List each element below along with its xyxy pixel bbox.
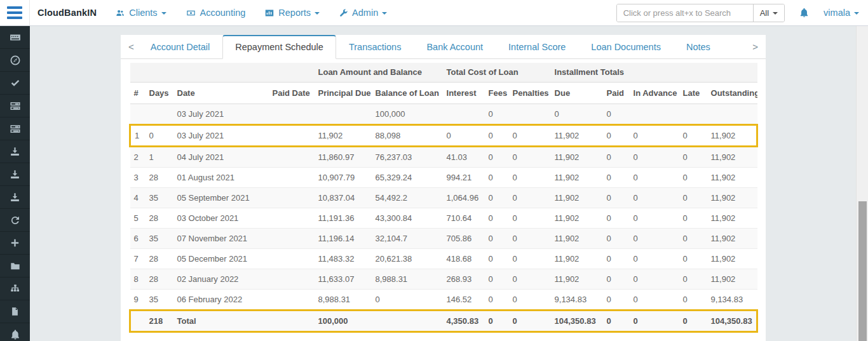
nav-reports[interactable]: Reports [255,0,329,25]
cell: 1 [130,124,146,146]
cell: 0 [509,208,551,228]
tabs-scroll-left-icon[interactable]: < [125,36,138,57]
tab-list: Account DetailRepayment ScheduleTransact… [138,35,749,58]
cell: 11,902 [707,269,757,289]
schedule-row[interactable]: 32801 August 202110,907.7965,329.24994.2… [130,167,757,187]
sidebar-tasks-icon[interactable] [0,117,30,140]
cell [630,104,679,124]
cell: 0 [372,289,443,310]
sidebar-folder-icon[interactable] [0,255,30,277]
column-header: Balance of Loan [372,82,443,104]
cell: 0 [509,167,551,187]
tab-notes[interactable]: Notes [674,36,723,59]
tab-account-detail[interactable]: Account Detail [138,36,223,59]
cell [269,248,315,269]
nav-label: Admin [352,8,378,18]
tab-repayment-schedule[interactable]: Repayment Schedule [222,35,336,59]
sidebar-keyboard-icon[interactable] [0,26,30,49]
total-row[interactable]: 218Total100,0004,350.8300104,350.8300010… [130,310,757,331]
search-scope-dropdown[interactable]: All [753,4,784,22]
schedule-row[interactable]: 2104 July 202111,860.9776,237.0341.03001… [130,146,757,167]
cell: 0 [551,104,603,124]
column-header: Interest [443,82,485,104]
sidebar-sitemap-icon[interactable] [0,277,30,300]
cell: 03 July 2021 [173,104,269,124]
schedule-row[interactable]: 72805 December 202111,483.3220,621.38418… [130,248,757,269]
cell: 65,329.24 [372,167,443,187]
loan-detail-card: < Account DetailRepayment ScheduleTransa… [121,35,766,341]
cell [269,167,315,187]
cell: 0 [679,167,707,187]
sidebar-compass-icon[interactable] [0,49,30,72]
tab-transactions[interactable]: Transactions [336,36,414,59]
schedule-row[interactable]: 1003 July 202111,90288,09800011,90200011… [130,124,757,146]
cell: 0 [509,248,551,269]
cell [509,104,551,124]
cell: 0 [630,146,679,167]
schedule-row[interactable]: 63507 November 202111,196.1432,104.7705.… [130,228,757,248]
sidebar-download-icon[interactable] [0,140,30,163]
cell: 0 [603,187,630,208]
cell: 11,902 [551,248,603,269]
cell: 0 [679,248,707,269]
cell: 0 [630,289,679,310]
repayment-schedule-table: Loan Amount and BalanceTotal Cost of Loa… [129,63,758,333]
cell: 11,902 [707,228,757,248]
vertical-scrollbar[interactable] [856,26,868,341]
cell: 03 July 2021 [173,124,269,146]
sidebar-tasks-icon[interactable] [0,95,30,117]
sidebar-toggle-icon[interactable] [0,0,30,25]
cell: 0 [485,124,509,146]
cell [269,146,315,167]
tabs-scroll-right-icon[interactable]: > [749,36,762,57]
schedule-row[interactable]: 82802 January 202211,633.078,988.31268.9… [130,269,757,289]
cell [130,104,146,124]
cell: 0 [630,228,679,248]
cell: 8,988.31 [372,269,443,289]
cell: 11,902 [551,146,603,167]
cell: 3 [130,167,146,187]
main-menu: ClientsAccountingReportsAdmin [105,0,397,25]
cell: 0 [603,208,630,228]
cell: 35 [146,228,173,248]
sidebar-bell-icon[interactable] [0,323,30,341]
cell: 0 [679,187,707,208]
cell: 0 [630,187,679,208]
scrollbar-thumb[interactable] [858,201,867,341]
tab-loan-documents[interactable]: Loan Documents [578,36,674,59]
cell: 35 [146,289,173,310]
cell [269,104,315,124]
search-input[interactable] [617,4,753,22]
schedule-row[interactable]: 03 July 2021100,000000 [130,104,757,124]
notifications-bell-icon[interactable] [799,7,810,18]
cell: 11,902 [707,124,757,146]
tab-bank-account[interactable]: Bank Account [414,36,496,59]
sidebar-download-icon[interactable] [0,186,30,209]
cell: 146.52 [443,289,485,310]
sidebar-check-icon[interactable] [0,72,30,95]
cell: 0 [509,187,551,208]
cell: 0 [603,310,630,331]
nav-admin[interactable]: Admin [329,0,397,25]
cell: 11,902 [707,208,757,228]
cell: 9 [130,289,146,310]
cell: 9,134.83 [707,289,757,310]
sidebar-file-icon[interactable] [0,300,30,323]
cell: 9,134.83 [551,289,603,310]
sidebar-download-icon[interactable] [0,163,30,186]
nav-accounting[interactable]: Accounting [176,0,255,25]
sidebar-refresh-icon[interactable] [0,209,30,232]
sidebar-plus-icon[interactable] [0,232,30,255]
user-menu[interactable]: vimala [824,8,859,18]
nav-clients[interactable]: Clients [105,0,175,25]
cell: 0 [485,248,509,269]
cell [269,289,315,310]
cell: 0 [485,228,509,248]
schedule-row[interactable]: 52803 October 202111,191.3643,300.84710.… [130,208,757,228]
schedule-row[interactable]: 93506 February 20228,988.310146.52009,13… [130,289,757,310]
cell: 418.68 [443,248,485,269]
cell: 11,902 [315,124,372,146]
schedule-row[interactable]: 43505 September 202110,837.0454,492.21,0… [130,187,757,208]
search-scope-label: All [760,8,769,18]
tab-internal-score[interactable]: Internal Score [496,36,578,59]
